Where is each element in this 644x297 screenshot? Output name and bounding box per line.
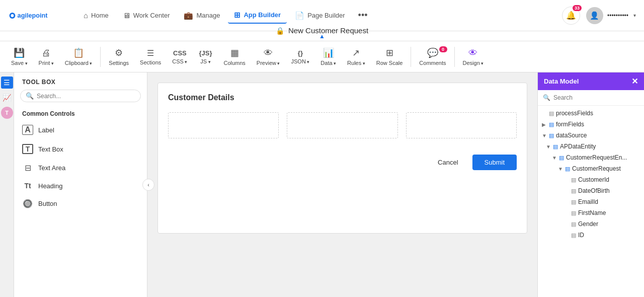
clipboard-button[interactable]: 📋 Clipboard [60, 45, 98, 68]
toolbox-item-heading-text: Heading [38, 182, 62, 190]
dm-Gender[interactable]: ▤ Gender [538, 218, 644, 230]
nav-manage[interactable]: 💼 Manage [178, 8, 226, 23]
comments-icon: 💬 [427, 47, 438, 58]
form-actions: Cancel Submit [168, 151, 517, 170]
dm-formFields[interactable]: ▶ ▤ formFields [538, 119, 644, 130]
dm-FirstName[interactable]: ▤ FirstName [538, 207, 644, 218]
form-cell-1[interactable] [168, 112, 279, 138]
dm-arrow-customerrequest: ▼ [558, 166, 563, 172]
toolbox-item-textbox[interactable]: T Text Box [14, 139, 147, 159]
save-icon: 💾 [14, 47, 25, 58]
dm-CustomerRequestEn[interactable]: ▼ ▤ CustomerRequestEn... [538, 152, 644, 163]
css-button[interactable]: CSS CSS [167, 47, 192, 66]
nav-pagebuilder[interactable]: 📄 Page Builder [289, 8, 351, 23]
sidebar-icon-chart[interactable]: 📈 [1, 92, 13, 104]
print-button[interactable]: 🖨 Print [34, 46, 59, 68]
clipboard-icon: 📋 [73, 47, 84, 58]
dm-ID[interactable]: ▤ ID [538, 230, 644, 241]
rowscale-label: Row Scale [376, 60, 403, 66]
comments-button[interactable]: 💬 0 Comments [414, 45, 451, 68]
cancel-button[interactable]: Cancel [430, 155, 466, 170]
dm-label-datasource: dataSource [556, 132, 587, 139]
dm-DateOfBirth[interactable]: ▤ DateOfBirth [538, 185, 644, 196]
dm-leaf-icon-gender: ▤ [571, 221, 576, 228]
nav-appbuilder-label: App Builder [244, 11, 281, 19]
dm-icon-customerrequest: ▤ [565, 166, 570, 172]
nav-workcenter[interactable]: 🖥 Work Center [117, 8, 176, 23]
json-button[interactable]: {} JSON [286, 47, 314, 66]
dm-icon-formfields: ▤ [549, 121, 554, 128]
dm-icon-customerrequesten: ▤ [559, 155, 564, 161]
logo[interactable]: agilepoint [8, 8, 63, 24]
notifications-button[interactable]: 🔔 33 [562, 7, 580, 25]
print-icon: 🖨 [42, 48, 51, 58]
toolbox-search-input[interactable] [37, 93, 135, 100]
dm-search-input[interactable] [553, 94, 639, 101]
js-button[interactable]: {JS} JS [193, 47, 217, 66]
dm-leaf-icon-dateofbirth: ▤ [571, 188, 576, 194]
avatar: 👤 [586, 7, 603, 24]
toolbox-item-heading[interactable]: Tt Heading [14, 177, 147, 194]
toolbar: 💾 Save 🖨 Print 📋 Clipboard ⚙ Settings ☰ … [0, 41, 644, 72]
toolbox-item-label[interactable]: A Label [14, 120, 147, 139]
submit-button[interactable]: Submit [472, 155, 517, 170]
sidebar-icon-user[interactable]: T [1, 107, 13, 119]
dm-processFields[interactable]: ▤ processFields [538, 108, 644, 119]
rules-button[interactable]: ↗ Rules [342, 45, 370, 68]
toolbox-title: TOOL BOX [14, 72, 147, 90]
sections-icon: ☰ [147, 48, 154, 58]
nav-more[interactable]: ••• [353, 7, 373, 24]
settings-button[interactable]: ⚙ Settings [104, 45, 134, 68]
css-label: CSS [172, 58, 187, 64]
nav-appbuilder[interactable]: ⊞ App Builder [228, 8, 287, 24]
dm-icon-apdataentity: ▤ [553, 143, 558, 150]
preview-label: Preview [257, 60, 280, 66]
divider-2 [411, 47, 411, 67]
sidebar-icon-forms[interactable]: ☰ [1, 77, 13, 89]
design-label: Design [463, 60, 484, 66]
nav-home[interactable]: ⌂ Home [77, 8, 115, 23]
dm-leaf-icon-id: ▤ [571, 232, 576, 239]
save-button[interactable]: 💾 Save [6, 45, 33, 68]
heading-icon: Tt [22, 182, 33, 190]
canvas-area[interactable]: Customer Details Cancel Submit [147, 72, 537, 297]
sections-label: Sections [140, 59, 161, 65]
columns-icon: ▦ [230, 47, 239, 58]
js-icon: {JS} [199, 49, 212, 57]
settings-icon: ⚙ [115, 47, 123, 58]
dm-tree: ▤ processFields ▶ ▤ formFields ▼ ▤ dataS… [538, 106, 644, 297]
dm-CustomerId[interactable]: ▤ CustomerId [538, 174, 644, 185]
dm-arrow-customerrequesten: ▼ [552, 155, 557, 161]
dm-close-button[interactable]: ✕ [631, 77, 638, 86]
rowscale-icon: ⊞ [386, 47, 393, 58]
dm-APDataEntity[interactable]: ▼ ▤ APDataEntity [538, 141, 644, 152]
save-label: Save [11, 60, 28, 66]
form-cell-2[interactable] [287, 112, 397, 138]
form-cell-3[interactable] [406, 112, 517, 138]
toolbox-item-textarea[interactable]: ⊟ Text Area [14, 159, 147, 177]
rowscale-button[interactable]: ⊞ Row Scale [371, 45, 408, 68]
dm-dataSource[interactable]: ▼ ▤ dataSource [538, 130, 644, 141]
toolbox-item-textarea-text: Text Area [38, 164, 65, 172]
clipboard-label: Clipboard [65, 60, 93, 66]
form-row-1 [168, 112, 517, 138]
dm-icon-datasource: ▤ [549, 132, 554, 139]
toolbox-item-button[interactable]: 🔘 Button [14, 194, 147, 213]
columns-button[interactable]: ▦ Columns [218, 45, 250, 68]
toolbox-collapse-button[interactable]: ‹ [142, 179, 154, 191]
toolbox-search-container: 🔍 [20, 90, 141, 102]
preview-button[interactable]: 👁 Preview [252, 46, 285, 68]
design-button[interactable]: 👁 Design [458, 46, 489, 68]
search-icon: 🔍 [26, 92, 34, 100]
data-label: Data [320, 60, 336, 66]
user-area[interactable]: 👤 •••••••••• ▾ [586, 7, 636, 24]
dm-CustomerRequest[interactable]: ▼ ▤ CustomerRequest [538, 163, 644, 174]
settings-label: Settings [109, 60, 129, 66]
dm-EmailId[interactable]: ▤ EmailId [538, 196, 644, 207]
data-button[interactable]: 📊 Data [315, 45, 341, 68]
appbuilder-icon: ⊞ [234, 11, 240, 20]
toolbox-items: A Label T Text Box ⊟ Text Area Tt Headin… [14, 120, 147, 297]
dm-label-id: ID [578, 232, 584, 239]
json-icon: {} [298, 49, 303, 57]
sections-button[interactable]: ☰ Sections [135, 46, 166, 67]
